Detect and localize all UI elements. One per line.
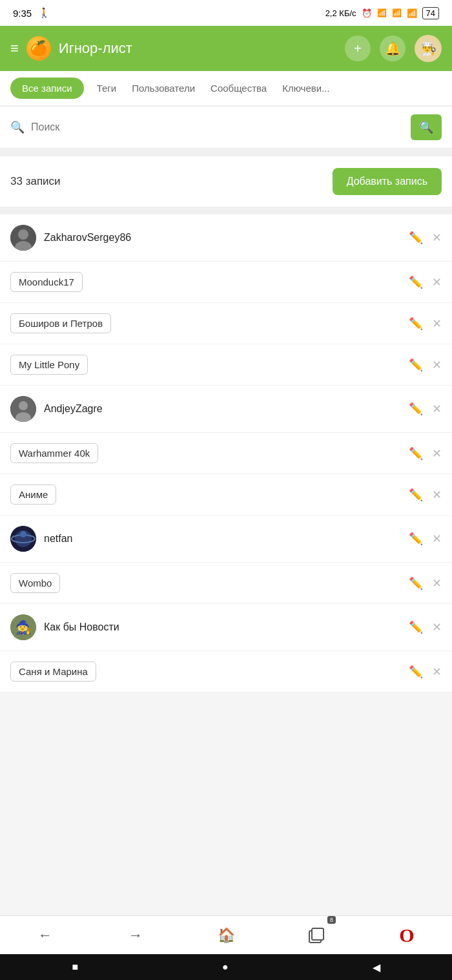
system-nav: ■ ● ◀	[0, 954, 452, 980]
delete-icon[interactable]: ✕	[432, 488, 442, 502]
edit-icon[interactable]: ✏️	[409, 532, 423, 546]
edit-icon[interactable]: ✏️	[409, 446, 423, 461]
tag-label: Саня и Марина	[10, 662, 96, 682]
status-left: 9:35 🚶	[13, 7, 50, 19]
tag-label: Боширов и Петров	[10, 313, 111, 333]
notifications-button[interactable]: 🔔	[380, 36, 406, 61]
divider	[0, 149, 452, 156]
item-actions: ✏️ ✕	[409, 402, 442, 416]
header-title: Игнор-лист	[59, 40, 337, 57]
search-icon: 🔍	[10, 120, 25, 134]
user-avatar[interactable]: 👨‍🍳	[415, 35, 442, 62]
delete-icon[interactable]: ✕	[432, 275, 442, 289]
edit-icon[interactable]: ✏️	[409, 620, 423, 634]
speed-indicator: 2,2 КБ/с	[325, 8, 356, 18]
walk-icon: 🚶	[38, 7, 50, 19]
tabs-count: 8	[327, 916, 336, 924]
item-actions: ✏️ ✕	[409, 317, 442, 331]
wifi-icon: 📶	[407, 8, 417, 18]
edit-icon[interactable]: ✏️	[409, 576, 423, 590]
svg-text:🧙: 🧙	[15, 620, 32, 635]
edit-icon[interactable]: ✏️	[409, 358, 423, 372]
item-actions: ✏️ ✕	[409, 488, 442, 502]
item-actions: ✏️ ✕	[409, 275, 442, 289]
bottom-nav: ← → 🏠 8 O	[0, 915, 452, 954]
records-header: 33 записи Добавить запись	[0, 156, 452, 207]
tab-tags[interactable]: Теги	[94, 78, 119, 99]
avatar	[10, 526, 36, 552]
avatar	[10, 396, 36, 422]
delete-icon[interactable]: ✕	[432, 576, 442, 590]
menu-icon[interactable]: ≡	[10, 40, 19, 57]
delete-icon[interactable]: ✕	[432, 317, 442, 331]
item-label: AndjeyZagre	[44, 403, 219, 415]
home-system-button[interactable]: ●	[222, 961, 229, 973]
recents-button[interactable]: ■	[72, 961, 78, 973]
delete-icon[interactable]: ✕	[432, 231, 442, 245]
back-button[interactable]: ←	[30, 920, 61, 951]
svg-rect-13	[312, 928, 324, 940]
edit-icon[interactable]: ✏️	[409, 275, 423, 289]
item-label: ZakharovSergey86	[44, 232, 401, 244]
list-item: Аниме ✏️ ✕	[0, 474, 452, 516]
signal-icon2: 📶	[392, 8, 402, 17]
alarm-icon: ⏰	[362, 8, 372, 18]
delete-icon[interactable]: ✕	[432, 665, 442, 679]
edit-icon[interactable]: ✏️	[409, 317, 423, 331]
list-item: Moonduck17 ✏️ ✕	[0, 262, 452, 303]
tag-label: Wombo	[10, 573, 60, 593]
opera-button[interactable]: O	[391, 920, 422, 951]
avatar: 🧙	[10, 614, 36, 640]
header-actions: + 🔔 👨‍🍳	[345, 35, 442, 62]
status-time: 9:35	[13, 8, 32, 19]
list-item: Warhammer 40k ✏️ ✕	[0, 433, 452, 474]
item-actions: ✏️ ✕	[409, 446, 442, 461]
item-actions: ✏️ ✕	[409, 358, 442, 372]
delete-icon[interactable]: ✕	[432, 402, 442, 416]
list-item: AndjeyZagre ✏️ ✕	[0, 386, 452, 433]
edit-icon[interactable]: ✏️	[409, 488, 423, 502]
delete-icon[interactable]: ✕	[432, 358, 442, 372]
status-right: 2,2 КБ/с ⏰ 📶 📶 📶 74	[325, 7, 439, 19]
search-button[interactable]: 🔍	[411, 114, 442, 140]
tabs-row: Все записи Теги Пользователи Сообщества …	[0, 71, 452, 107]
svg-point-4	[19, 401, 28, 410]
item-actions: ✏️ ✕	[409, 231, 442, 245]
back-system-button[interactable]: ◀	[373, 961, 380, 974]
home-button[interactable]: 🏠	[211, 920, 241, 951]
item-actions: ✏️ ✕	[409, 620, 442, 634]
battery-icon: 74	[422, 7, 439, 19]
edit-icon[interactable]: ✏️	[409, 665, 423, 679]
records-count: 33 записи	[10, 175, 61, 188]
tabs-button[interactable]: 8	[301, 920, 332, 951]
item-label: netfan	[44, 533, 219, 545]
item-actions: ✏️ ✕	[409, 532, 442, 546]
tag-label: Warhammer 40k	[10, 443, 98, 463]
tab-communities[interactable]: Сообщества	[208, 78, 269, 99]
tag-label: Аниме	[10, 485, 56, 505]
search-input[interactable]	[31, 121, 404, 133]
delete-icon[interactable]: ✕	[432, 532, 442, 546]
list-item: Боширов и Петров ✏️ ✕	[0, 303, 452, 344]
list-item: ZakharovSergey86 ✏️ ✕	[0, 214, 452, 262]
edit-icon[interactable]: ✏️	[409, 402, 423, 416]
divider2	[0, 207, 452, 214]
list-item: 🧙 Как бы Новости ✏️ ✕	[0, 604, 452, 651]
delete-icon[interactable]: ✕	[432, 620, 442, 634]
item-actions: ✏️ ✕	[409, 576, 442, 590]
list-item: Wombo ✏️ ✕	[0, 563, 452, 604]
edit-icon[interactable]: ✏️	[409, 231, 423, 245]
list-item: netfan ✏️ ✕	[0, 516, 452, 563]
tab-keywords[interactable]: Ключеви...	[280, 78, 332, 99]
avatar	[10, 225, 36, 251]
add-record-button[interactable]: Добавить запись	[333, 168, 442, 195]
list-item: Саня и Марина ✏️ ✕	[0, 651, 452, 693]
delete-icon[interactable]: ✕	[432, 446, 442, 461]
app-header: ≡ 🍊 Игнор-лист + 🔔 👨‍🍳	[0, 26, 452, 71]
tab-users[interactable]: Пользователи	[129, 78, 198, 99]
list-item: My Little Pony ✏️ ✕	[0, 344, 452, 386]
status-bar: 9:35 🚶 2,2 КБ/с ⏰ 📶 📶 📶 74	[0, 0, 452, 26]
forward-button[interactable]: →	[120, 920, 151, 951]
tab-all-records[interactable]: Все записи	[10, 78, 84, 99]
add-button[interactable]: +	[345, 36, 371, 61]
